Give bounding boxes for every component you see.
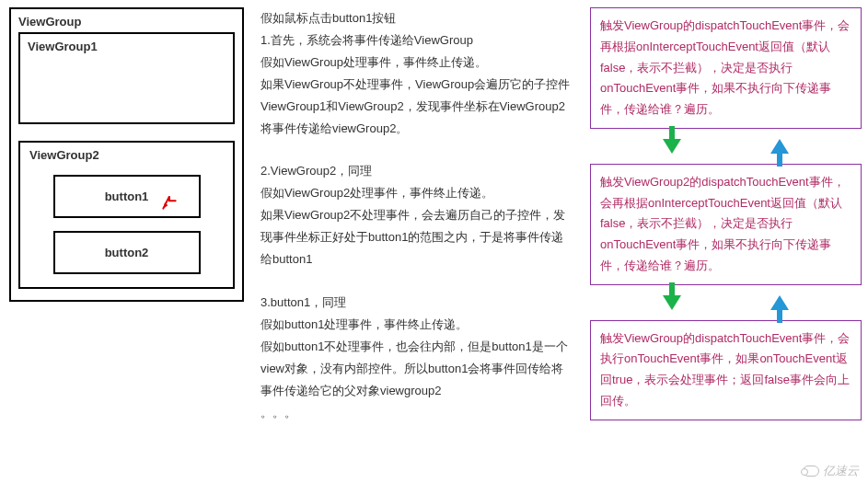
column-right: 触发ViewGroup的dispatchTouchEvent事件，会再根据onI…: [590, 7, 862, 424]
column-middle: 假如鼠标点击button1按钮 1.首先，系统会将事件传递给ViewGroup …: [260, 7, 573, 424]
watermark: 亿速云: [803, 463, 859, 479]
viewgroup2-box: ViewGroup2 button1 button2: [18, 141, 235, 289]
viewgroup2-label: ViewGroup2: [29, 148, 224, 162]
arrow-down-icon: [663, 139, 681, 154]
viewgroup-outer-box: ViewGroup ViewGroup1 ViewGroup2 button1 …: [9, 7, 244, 302]
column-left: ViewGroup ViewGroup1 ViewGroup2 button1 …: [9, 7, 244, 424]
mid-p1-l4: 如果ViewGroup不处理事件，ViewGroup会遍历它的子控件ViewGr…: [260, 74, 573, 140]
viewgroup1-box: ViewGroup1: [18, 32, 235, 124]
diagram-root: ViewGroup ViewGroup1 ViewGroup2 button1 …: [0, 0, 868, 431]
mid-p3-l2: 假如button1处理事件，事件终止传递。: [260, 314, 573, 336]
mid-p1-l1: 假如鼠标点击button1按钮: [260, 7, 573, 29]
button1-label: button1: [105, 190, 149, 203]
mid-p2-l2: 假如ViewGroup2处理事件，事件终止传递。: [260, 182, 573, 204]
button2-box: button2: [53, 231, 201, 274]
right-box-1: 触发ViewGroup的dispatchTouchEvent事件，会再根据onI…: [590, 7, 862, 129]
pointer-arrow-icon: [160, 193, 179, 212]
arrow-row-1: [590, 129, 862, 164]
button2-label: button2: [105, 246, 149, 259]
right-box-3: 触发ViewGroup的dispatchTouchEvent事件，会执行onTo…: [590, 320, 862, 420]
mid-p1-l3: 假如ViewGroup处理事件，事件终止传递。: [260, 52, 573, 74]
viewgroup1-label: ViewGroup1: [28, 40, 226, 53]
mid-p1-l2: 1.首先，系统会将事件传递给ViewGroup: [260, 29, 573, 52]
arrow-up-icon: [770, 139, 789, 154]
viewgroup-label: ViewGroup: [18, 15, 235, 29]
arrow-up-icon: [770, 295, 789, 310]
mid-p3-l4: 。。。: [260, 402, 573, 424]
arrow-row-2: [590, 285, 862, 320]
mid-p2-l1: 2.ViewGroup2，同理: [260, 160, 573, 182]
button1-box: button1: [53, 175, 201, 218]
watermark-text: 亿速云: [823, 463, 859, 479]
mid-p3-l3: 假如button1不处理事件，也会往内部，但是button1是一个view对象，…: [260, 336, 573, 402]
arrow-down-icon: [663, 295, 681, 310]
paragraph-gap: [260, 140, 573, 160]
watermark-logo-icon: [803, 466, 819, 477]
right-box-2: 触发ViewGroup2的dispatchTouchEvent事件，会再根据on…: [590, 164, 862, 285]
mid-p3-l1: 3.button1，同理: [260, 292, 573, 314]
paragraph-gap: [260, 271, 573, 292]
mid-p2-l3: 如果ViewGroup2不处理事件，会去遍历自己的子控件，发现事件坐标正好处于b…: [260, 204, 573, 270]
